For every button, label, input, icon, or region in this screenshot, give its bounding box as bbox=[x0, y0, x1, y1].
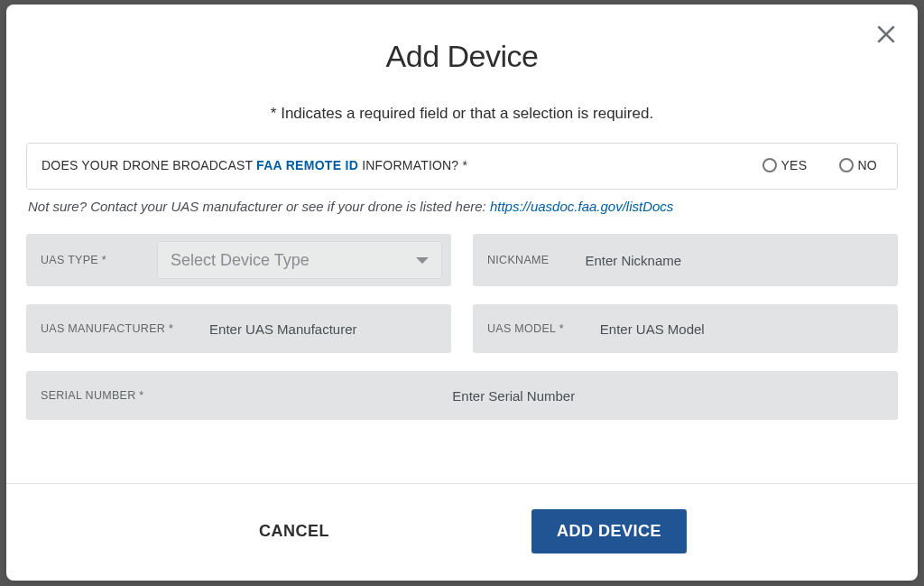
broadcast-radio-group: YES NO bbox=[762, 158, 882, 172]
serial-number-label: SERIAL NUMBER * bbox=[41, 389, 143, 402]
required-field-note: * Indicates a required field or that a s… bbox=[6, 92, 918, 132]
device-form-grid: UAS TYPE * Select Device Type NICKNAME U… bbox=[26, 234, 898, 420]
serial-number-cell: SERIAL NUMBER * bbox=[26, 371, 898, 420]
nickname-cell: NICKNAME bbox=[473, 234, 898, 286]
uas-doc-link[interactable]: https://uasdoc.faa.gov/listDocs bbox=[490, 199, 673, 214]
broadcast-radio-no[interactable]: NO bbox=[839, 158, 877, 172]
broadcast-question-label: DOES YOUR DRONE BROADCAST FAA REMOTE ID … bbox=[42, 158, 467, 172]
uas-model-input[interactable] bbox=[600, 321, 883, 337]
uas-type-cell: UAS TYPE * Select Device Type bbox=[26, 234, 451, 286]
add-device-button[interactable]: ADD DEVICE bbox=[531, 509, 687, 553]
radio-icon bbox=[839, 158, 854, 172]
uas-manufacturer-label: UAS MANUFACTURER * bbox=[41, 322, 173, 335]
broadcast-yes-label: YES bbox=[781, 158, 807, 172]
uas-type-label: UAS TYPE * bbox=[41, 254, 106, 266]
cancel-button[interactable]: CANCEL bbox=[237, 511, 351, 552]
helper-text-body: Not sure? Contact your UAS manufacturer … bbox=[28, 199, 490, 214]
uas-manufacturer-cell: UAS MANUFACTURER * bbox=[26, 304, 451, 353]
radio-icon bbox=[762, 158, 777, 172]
broadcast-no-label: NO bbox=[857, 158, 877, 172]
chevron-down-icon bbox=[416, 257, 429, 264]
broadcast-radio-yes[interactable]: YES bbox=[762, 158, 807, 172]
modal-footer: CANCEL ADD DEVICE bbox=[6, 483, 918, 581]
add-device-modal: Add Device * Indicates a required field … bbox=[6, 5, 918, 581]
broadcast-label-pre: DOES YOUR DRONE BROADCAST bbox=[42, 158, 256, 172]
modal-header: Add Device bbox=[6, 5, 918, 92]
uas-type-select-placeholder: Select Device Type bbox=[171, 251, 310, 270]
modal-title: Add Device bbox=[6, 39, 918, 74]
uas-model-cell: UAS MODEL * bbox=[473, 304, 898, 353]
nickname-input[interactable] bbox=[585, 253, 883, 268]
uas-manufacturer-input[interactable] bbox=[209, 321, 437, 337]
helper-text: Not sure? Contact your UAS manufacturer … bbox=[28, 199, 896, 214]
nickname-label: NICKNAME bbox=[487, 254, 549, 266]
modal-body: DOES YOUR DRONE BROADCAST FAA REMOTE ID … bbox=[6, 132, 918, 483]
serial-number-input[interactable] bbox=[143, 388, 883, 404]
uas-model-label: UAS MODEL * bbox=[487, 322, 564, 335]
close-button[interactable] bbox=[874, 23, 898, 46]
close-icon bbox=[874, 23, 898, 46]
broadcast-label-post: INFORMATION? * bbox=[358, 158, 467, 172]
faa-remote-id-link[interactable]: FAA REMOTE ID bbox=[256, 158, 358, 172]
uas-type-select[interactable]: Select Device Type bbox=[157, 241, 442, 279]
remote-id-broadcast-panel: DOES YOUR DRONE BROADCAST FAA REMOTE ID … bbox=[26, 143, 898, 190]
